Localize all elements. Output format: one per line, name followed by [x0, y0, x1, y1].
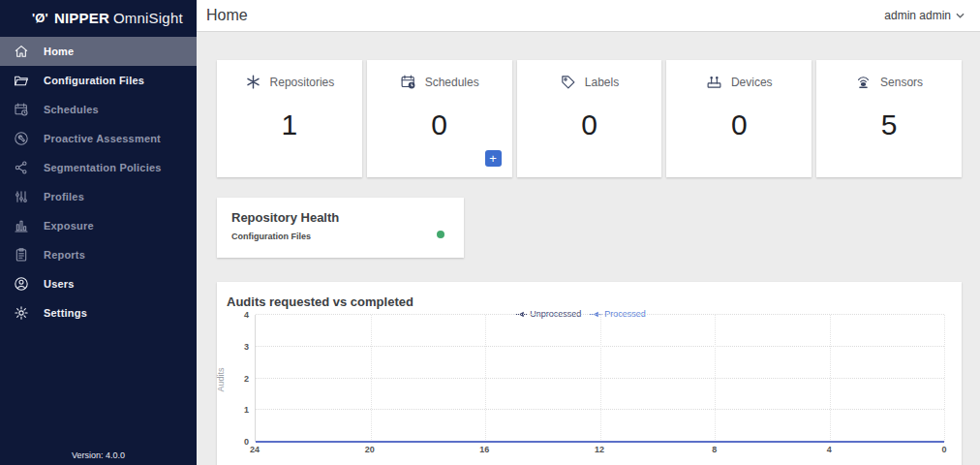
main-area: Home admin admin Repositories 1 Schedule…: [197, 0, 980, 465]
page-title: Home: [206, 7, 248, 24]
sidebar-item-label: Users: [44, 278, 75, 290]
sidebar-item-label: Schedules: [44, 104, 99, 115]
gridline: [485, 315, 486, 442]
bar-chart-icon: [13, 217, 30, 234]
repository-health-item: Configuration Files: [231, 232, 448, 241]
brand-product: OmniSight: [113, 10, 183, 26]
y-tick-label: 3: [244, 342, 249, 352]
repository-health-card[interactable]: Repository Health Configuration Files: [217, 198, 464, 258]
stat-card-value: 0: [367, 108, 512, 141]
top-bar: Home admin admin: [197, 0, 980, 32]
gear-icon: [13, 304, 30, 322]
gridline: [715, 315, 716, 442]
stat-card-value: 0: [517, 108, 662, 141]
health-status-dot: [437, 231, 444, 238]
gridline: [371, 315, 372, 442]
audits-chart-card: Audits requested vs completed Unprocesse…: [217, 282, 962, 465]
sidebar: 'Ø' NIPPER OmniSight Home Configuration …: [0, 0, 197, 465]
sidebar-item-label: Home: [44, 46, 74, 57]
gridline: [600, 315, 601, 442]
y-tick-label: 4: [244, 310, 249, 320]
sidebar-item-settings[interactable]: Settings: [0, 298, 197, 327]
chart-plot-area: Audits 01234: [255, 315, 944, 442]
sidebar-item-label: Reports: [44, 249, 85, 261]
report-icon: [13, 246, 30, 264]
x-tick-label: 8: [712, 445, 717, 454]
stat-card-value: 5: [816, 108, 962, 141]
sidebar-item-label: Exposure: [44, 220, 94, 232]
sensors-icon: [855, 74, 872, 90]
gridline: [830, 315, 831, 442]
stat-cards-row: Repositories 1 Schedules 0 + Labels 0 De…: [217, 60, 962, 177]
sidebar-item-schedules[interactable]: Schedules: [0, 95, 197, 124]
user-menu-label: admin admin: [884, 9, 951, 22]
app-logo: 'Ø' NIPPER OmniSight: [0, 0, 197, 36]
sidebar-item-label: Configuration Files: [44, 75, 144, 86]
gridline: [944, 315, 945, 442]
y-tick-label: 0: [244, 437, 249, 447]
labels-icon: [560, 74, 576, 90]
stat-card-label: Labels: [585, 76, 619, 89]
x-tick-label: 24: [250, 445, 260, 454]
sidebar-item-proactive-assessment[interactable]: Proactive Assessment: [0, 124, 197, 153]
sidebar-item-users[interactable]: Users: [0, 269, 197, 298]
version-label: Version: 4.0.0: [0, 450, 197, 460]
stat-card-value: 1: [217, 108, 362, 141]
x-axis-ticks: 24201612840: [255, 445, 944, 456]
stat-card-labels[interactable]: Labels 0: [517, 60, 662, 177]
y-tick-label: 2: [244, 374, 249, 384]
stat-card-label: Schedules: [425, 76, 479, 89]
user-icon: [13, 275, 30, 293]
repository-health-title: Repository Health: [231, 210, 448, 225]
home-icon: [13, 43, 30, 60]
sidebar-item-label: Settings: [44, 307, 87, 319]
add-schedule-button[interactable]: +: [485, 150, 502, 167]
sidebar-item-segmentation-policies[interactable]: Segmentation Policies: [0, 153, 197, 182]
chart-title: Audits requested vs completed: [227, 294, 962, 309]
y-axis-label: Audits: [215, 367, 225, 391]
schedules-icon: [400, 74, 416, 90]
sidebar-nav: Home Configuration Files Schedules Proac…: [0, 37, 197, 327]
series-line: [256, 441, 944, 443]
x-tick-label: 4: [827, 445, 832, 454]
sliders-icon: [13, 188, 30, 205]
stat-card-label: Devices: [731, 76, 773, 89]
stat-card-value: 0: [666, 108, 812, 141]
chevron-down-icon: [956, 13, 965, 18]
stat-card-label: Sensors: [880, 76, 923, 89]
stat-card-devices[interactable]: Devices 0: [666, 60, 812, 177]
sidebar-item-reports[interactable]: Reports: [0, 240, 197, 269]
stat-card-label: Repositories: [270, 76, 335, 89]
user-menu[interactable]: admin admin: [884, 9, 965, 22]
x-tick-label: 0: [941, 445, 946, 454]
sidebar-item-label: Proactive Assessment: [44, 133, 161, 144]
sidebar-item-label: Profiles: [44, 191, 84, 202]
dashboard-content: Repositories 1 Schedules 0 + Labels 0 De…: [197, 32, 980, 465]
calendar-icon: [13, 101, 30, 118]
stat-card-sensors[interactable]: Sensors 5: [816, 60, 962, 177]
sidebar-item-home[interactable]: Home: [0, 37, 197, 66]
x-tick-label: 12: [595, 445, 604, 454]
stat-card-schedules[interactable]: Schedules 0 +: [367, 60, 512, 177]
stat-card-repositories[interactable]: Repositories 1: [217, 60, 362, 177]
nipper-logo-icon: 'Ø': [32, 11, 48, 25]
wrench-icon: [13, 130, 30, 147]
devices-icon: [706, 74, 722, 90]
folder-icon: [13, 72, 30, 89]
sidebar-item-exposure[interactable]: Exposure: [0, 211, 197, 240]
share-icon: [13, 159, 30, 176]
repositories-icon: [245, 74, 261, 90]
sidebar-item-configuration-files[interactable]: Configuration Files: [0, 66, 197, 95]
sidebar-item-label: Segmentation Policies: [44, 162, 162, 173]
y-tick-label: 1: [244, 405, 249, 415]
brand-name: NIPPER: [54, 10, 109, 26]
x-tick-label: 16: [479, 445, 489, 454]
sidebar-item-profiles[interactable]: Profiles: [0, 182, 197, 211]
x-tick-label: 20: [365, 445, 375, 454]
